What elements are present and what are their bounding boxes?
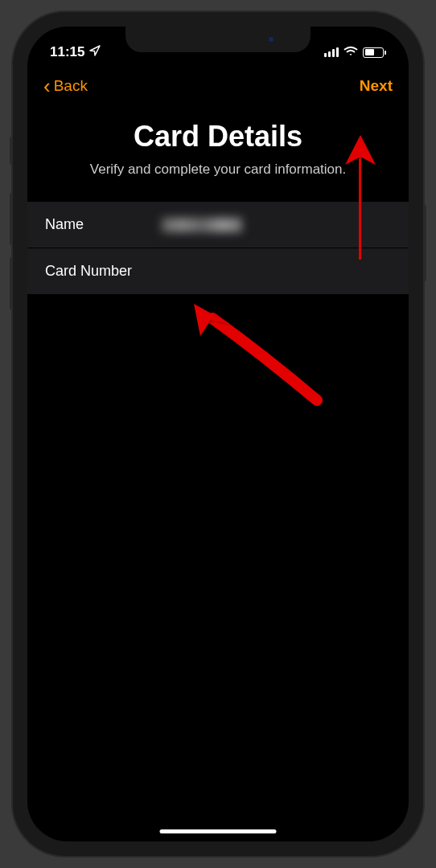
wifi-icon (343, 45, 358, 59)
navigation-bar: ‹ Back Next (27, 67, 409, 105)
name-row[interactable]: Name (27, 202, 409, 248)
cellular-signal-icon (324, 47, 339, 57)
screen: 11:15 (27, 27, 409, 841)
name-value-redacted (162, 218, 242, 232)
location-icon (89, 44, 101, 60)
phone-frame: 11:15 (13, 12, 423, 856)
form-section: Name Card Number (27, 202, 409, 294)
page-title: Card Details (27, 120, 409, 154)
back-button-label: Back (54, 77, 88, 95)
name-label: Name (45, 216, 162, 233)
power-button (423, 205, 426, 281)
next-button[interactable]: Next (360, 77, 393, 95)
chevron-left-icon: ‹ (43, 76, 51, 96)
battery-icon (363, 47, 386, 58)
page-subtitle: Verify and complete your card informatio… (27, 162, 409, 178)
mute-switch (10, 137, 13, 165)
status-bar-left: 11:15 (50, 44, 101, 60)
card-number-row[interactable]: Card Number (27, 248, 409, 294)
card-number-label: Card Number (45, 263, 162, 280)
home-indicator[interactable] (160, 829, 277, 833)
status-bar-right (324, 45, 386, 59)
status-time: 11:15 (50, 44, 84, 60)
volume-up-button (10, 193, 13, 245)
front-camera (268, 36, 274, 43)
annotation-arrow-card-number (184, 296, 325, 408)
volume-down-button (10, 257, 13, 309)
card-number-input[interactable] (162, 263, 391, 280)
back-button[interactable]: ‹ Back (43, 76, 88, 96)
notch (125, 27, 311, 52)
